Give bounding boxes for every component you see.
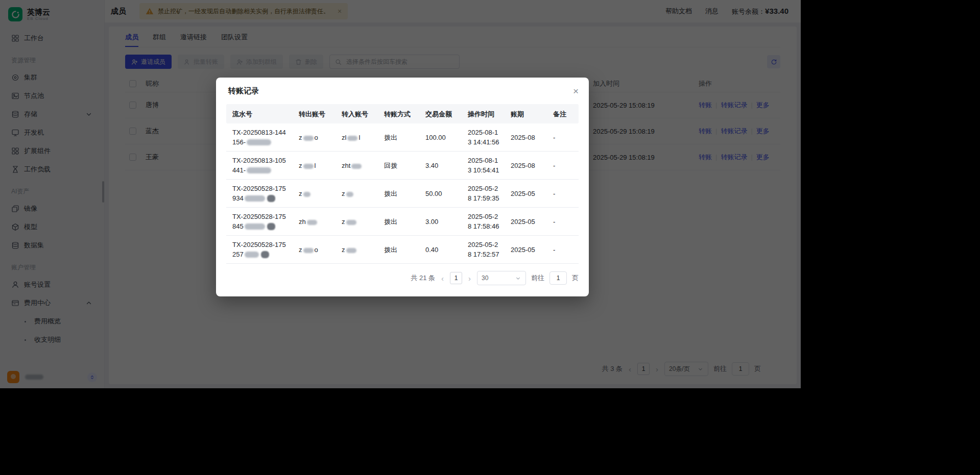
redacted-blur bbox=[303, 164, 314, 169]
column-note: 备注 bbox=[547, 109, 579, 119]
records-pagination: 共 21 条 ‹ 1 › 30 前往 页 bbox=[226, 271, 579, 285]
screenshot-stage: 英博云 EB Cloud 工作台 资源管理 集群 节点池 存储 bbox=[0, 0, 980, 475]
amount-cell: 100.00 bbox=[419, 129, 462, 146]
amount-cell: 3.00 bbox=[419, 213, 462, 231]
method-cell: 拨出 bbox=[378, 213, 419, 231]
from-account-cell: zo bbox=[293, 241, 336, 259]
goto-page-input[interactable] bbox=[549, 271, 567, 285]
note-cell: - bbox=[547, 213, 579, 231]
note-cell: - bbox=[547, 129, 579, 146]
redacted-blur bbox=[303, 136, 314, 141]
page-size-select[interactable]: 30 bbox=[477, 271, 526, 285]
to-account-cell: zll bbox=[336, 129, 378, 146]
chevron-down-icon bbox=[515, 275, 521, 282]
redacted-blur bbox=[303, 248, 314, 253]
to-account-cell: z bbox=[336, 241, 378, 259]
amount-cell: 50.00 bbox=[419, 185, 462, 203]
redacted-blur bbox=[351, 164, 362, 169]
goto-label: 前往 bbox=[531, 273, 544, 283]
amount-cell: 3.40 bbox=[419, 157, 462, 174]
method-cell: 拨出 bbox=[378, 241, 419, 259]
total-count: 共 21 条 bbox=[411, 273, 435, 283]
column-method: 转账方式 bbox=[378, 109, 419, 119]
time-cell: 2025-08-13 14:41:56 bbox=[462, 123, 505, 151]
record-row: TX-20250813-105441- zl zht 回拨 3.40 2025-… bbox=[226, 152, 579, 180]
modal-header: 转账记录 × bbox=[216, 78, 589, 102]
to-account-cell: zht bbox=[336, 157, 378, 174]
serial-cell: TX-20250528-175934 bbox=[226, 180, 293, 207]
to-account-cell: z bbox=[336, 213, 378, 231]
page-size-value: 30 bbox=[482, 274, 488, 282]
redacted-blur bbox=[245, 252, 259, 258]
page-unit-label: 页 bbox=[572, 273, 579, 283]
redacted-blur bbox=[245, 223, 265, 230]
period-cell: 2025-08 bbox=[505, 157, 547, 174]
to-account-cell: z bbox=[336, 185, 378, 203]
modal-title: 转账记录 bbox=[228, 86, 259, 96]
column-serial: 流水号 bbox=[226, 109, 293, 119]
redacted-blur bbox=[247, 139, 271, 145]
next-page-icon[interactable]: › bbox=[467, 274, 472, 283]
period-cell: 2025-05 bbox=[505, 241, 547, 259]
column-amount: 交易金额 bbox=[419, 109, 462, 119]
modal-body: 流水号 转出账号 转入账号 转账方式 交易金额 操作时间 账期 备注 TX-20… bbox=[216, 102, 589, 296]
column-time: 操作时间 bbox=[462, 109, 505, 119]
page-number[interactable]: 1 bbox=[450, 272, 462, 284]
redacted-blur bbox=[346, 192, 353, 197]
redacted-blur bbox=[245, 195, 265, 202]
record-row: TX-20250813-144156- zo zll 拨出 100.00 202… bbox=[226, 123, 579, 152]
time-cell: 2025-05-28 17:59:35 bbox=[462, 180, 505, 207]
from-account-cell: zh bbox=[293, 213, 336, 231]
time-cell: 2025-05-28 17:58:46 bbox=[462, 208, 505, 235]
redacted-blur bbox=[346, 248, 356, 253]
method-cell: 拨出 bbox=[378, 129, 419, 146]
from-account-cell: z bbox=[293, 185, 336, 203]
time-cell: 2025-05-28 17:52:57 bbox=[462, 236, 505, 263]
column-period: 账期 bbox=[505, 109, 547, 119]
serial-cell: TX-20250528-175845 bbox=[226, 208, 293, 235]
from-account-cell: zo bbox=[293, 129, 336, 146]
redacted-blur bbox=[347, 136, 357, 141]
records-table-header: 流水号 转出账号 转入账号 转账方式 交易金额 操作时间 账期 备注 bbox=[226, 104, 579, 123]
period-cell: 2025-08 bbox=[505, 129, 547, 146]
serial-cell: TX-20250528-175257 bbox=[226, 236, 293, 263]
transfer-records-modal: 转账记录 × 流水号 转出账号 转入账号 转账方式 交易金额 操作时间 账期 备… bbox=[216, 78, 589, 296]
column-to-account: 转入账号 bbox=[336, 109, 378, 119]
note-cell: - bbox=[547, 241, 579, 259]
redacted-blur bbox=[267, 195, 275, 202]
redacted-blur bbox=[267, 223, 275, 230]
serial-cell: TX-20250813-105441- bbox=[226, 152, 293, 179]
method-cell: 拨出 bbox=[378, 185, 419, 203]
column-from-account: 转出账号 bbox=[293, 109, 336, 119]
record-row: TX-20250528-175845 zh z 拨出 3.00 2025-05-… bbox=[226, 208, 579, 236]
prev-page-icon[interactable]: ‹ bbox=[440, 274, 445, 283]
period-cell: 2025-05 bbox=[505, 213, 547, 231]
note-cell: - bbox=[547, 157, 579, 174]
record-row: TX-20250528-175257 zo z 拨出 0.40 2025-05-… bbox=[226, 236, 579, 264]
amount-cell: 0.40 bbox=[419, 241, 462, 259]
close-icon[interactable]: × bbox=[573, 86, 579, 96]
period-cell: 2025-05 bbox=[505, 185, 547, 203]
redacted-blur bbox=[261, 251, 269, 258]
redacted-blur bbox=[303, 192, 310, 197]
redacted-blur bbox=[247, 167, 271, 173]
note-cell: - bbox=[547, 185, 579, 203]
serial-cell: TX-20250813-144156- bbox=[226, 123, 293, 151]
from-account-cell: zl bbox=[293, 157, 336, 174]
method-cell: 回拨 bbox=[378, 157, 419, 174]
redacted-blur bbox=[307, 220, 317, 225]
redacted-blur bbox=[346, 220, 356, 225]
time-cell: 2025-08-13 10:54:41 bbox=[462, 152, 505, 179]
record-row: TX-20250528-175934 z z 拨出 50.00 2025-05-… bbox=[226, 180, 579, 208]
